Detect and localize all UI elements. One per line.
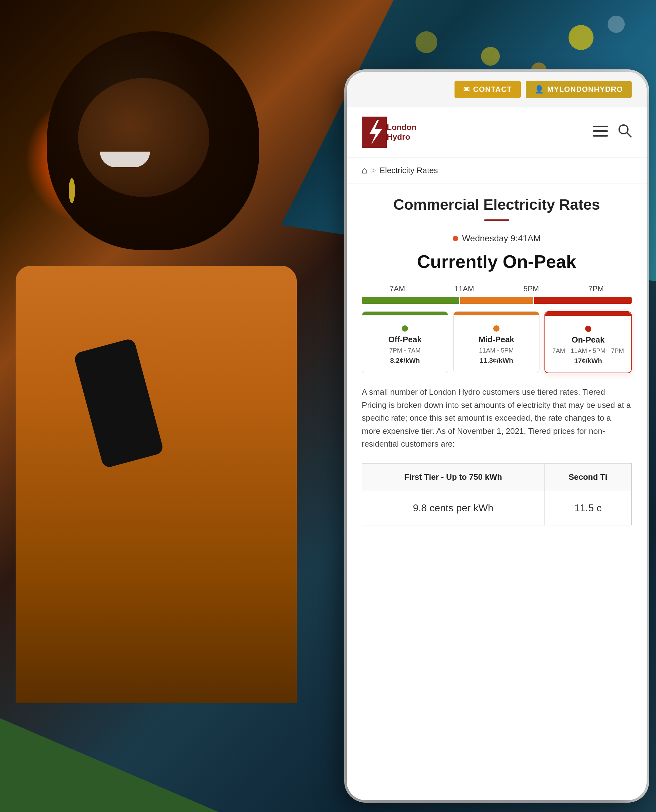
london-hydro-logo-icon	[362, 116, 387, 148]
mid-peak-card: Mid-Peak 11AM - 5PM 11.3¢/kWh	[453, 311, 540, 373]
mobile-device: ✉ CONTACT 👤 MYLONDONHYDRO London Hydro	[347, 72, 647, 800]
breadcrumb: ⌂ > Electricity Rates	[347, 158, 647, 183]
pricing-table: First Tier - Up to 750 kWh Second Ti 9.8…	[362, 463, 632, 525]
title-underline	[484, 219, 509, 221]
myhydro-label: MYLONDONHYDRO	[547, 85, 623, 94]
time-color-bar	[362, 297, 632, 304]
mid-peak-card-bar	[453, 311, 540, 315]
person-smile	[100, 152, 150, 167]
mid-peak-time: 11AM - 5PM	[459, 347, 534, 354]
time-axis: 7AM 11AM 5PM 7PM	[362, 284, 632, 293]
mid-peak-dot	[493, 325, 500, 332]
off-peak-bar-segment	[362, 297, 459, 304]
main-nav: London Hydro	[347, 107, 647, 158]
on-peak-card-bar	[545, 312, 631, 316]
myhydro-button[interactable]: 👤 MYLONDONHYDRO	[526, 81, 632, 98]
device-screen: ✉ CONTACT 👤 MYLONDONHYDRO London Hydro	[347, 72, 647, 800]
table-header-col1: First Tier - Up to 750 kWh	[362, 463, 545, 491]
svg-rect-4	[593, 135, 608, 136]
bokeh-dot	[415, 31, 437, 53]
off-peak-card-bar	[362, 311, 448, 315]
user-icon: 👤	[534, 85, 544, 94]
table-header-col2: Second Ti	[545, 463, 632, 491]
earring	[69, 178, 75, 203]
search-icon	[618, 124, 632, 138]
person-face	[78, 78, 209, 197]
logo-hydro: Hydro	[387, 132, 416, 142]
search-button[interactable]	[618, 124, 632, 141]
logo-text: London Hydro	[387, 122, 416, 142]
logo-london: London	[387, 122, 416, 132]
off-peak-rate: 8.2¢/kWh	[367, 356, 443, 365]
time-label-7pm: 7PM	[588, 284, 603, 293]
bokeh-dot	[608, 15, 625, 33]
table-cell-col2: 11.5 c	[545, 491, 632, 525]
breadcrumb-separator: >	[371, 166, 376, 175]
time-label-7am: 7AM	[390, 284, 405, 293]
off-peak-card: Off-Peak 7PM - 7AM 8.2¢/kWh	[362, 311, 448, 373]
description-text: A small number of London Hydro customers…	[362, 386, 632, 451]
on-peak-dot	[585, 326, 591, 332]
status-bar: Wednesday 9:41AM	[362, 234, 632, 243]
on-peak-bar-segment	[534, 297, 632, 304]
breadcrumb-current-page: Electricity Rates	[379, 166, 438, 175]
contact-label: CONTACT	[473, 85, 512, 94]
bokeh-dot	[569, 25, 594, 50]
contact-button[interactable]: ✉ CONTACT	[455, 81, 520, 98]
hamburger-menu-button[interactable]	[593, 124, 608, 140]
mid-peak-bar-segment	[460, 297, 533, 304]
on-peak-rate: 17¢/kWh	[550, 357, 626, 365]
svg-rect-2	[593, 126, 608, 127]
nav-icons	[593, 124, 632, 141]
mid-peak-rate: 11.3¢/kWh	[459, 356, 534, 365]
envelope-icon: ✉	[463, 85, 470, 94]
off-peak-time: 7PM - 7AM	[367, 347, 443, 354]
logo-area[interactable]: London Hydro	[362, 116, 416, 148]
page-title: Commercial Electricity Rates	[362, 196, 632, 213]
current-peak-heading: Currently On-Peak	[362, 251, 632, 272]
mid-peak-title: Mid-Peak	[459, 335, 534, 344]
on-peak-time: 7AM - 11AM • 5PM - 7PM	[550, 347, 626, 355]
off-peak-title: Off-Peak	[367, 335, 443, 344]
table-cell-col1: 9.8 cents per kWh	[362, 491, 545, 525]
off-peak-dot	[402, 325, 408, 332]
page-content: Commercial Electricity Rates Wednesday 9…	[347, 183, 647, 538]
status-day: Wednesday 9:41AM	[462, 234, 541, 243]
time-label-11am: 11AM	[455, 284, 474, 293]
status-dot	[453, 236, 458, 241]
utility-bar: ✉ CONTACT 👤 MYLONDONHYDRO	[347, 72, 647, 107]
time-label-5pm: 5PM	[523, 284, 539, 293]
bokeh-dot	[481, 47, 500, 66]
table-row: 9.8 cents per kWh 11.5 c	[362, 491, 632, 525]
on-peak-title: On-Peak	[550, 335, 626, 345]
person-sweater	[15, 266, 297, 703]
svg-line-6	[627, 133, 631, 137]
rate-cards-container: Off-Peak 7PM - 7AM 8.2¢/kWh Mid-Peak 11A…	[362, 311, 632, 373]
breadcrumb-home-icon[interactable]: ⌂	[362, 165, 367, 176]
svg-rect-3	[593, 130, 608, 132]
hamburger-icon	[593, 126, 608, 137]
on-peak-card: On-Peak 7AM - 11AM • 5PM - 7PM 17¢/kWh	[545, 311, 632, 373]
